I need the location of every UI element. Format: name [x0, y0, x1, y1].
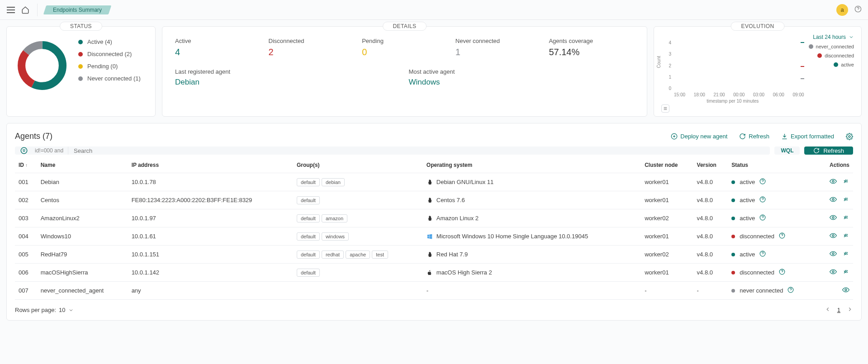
- status-legend-item[interactable]: Never connected (1): [78, 75, 141, 82]
- group-tag[interactable]: amazon: [322, 214, 347, 222]
- config-icon[interactable]: [842, 214, 849, 222]
- column-header[interactable]: Actions: [818, 157, 853, 173]
- menu-icon[interactable]: [6, 5, 15, 14]
- column-header[interactable]: Cluster node: [641, 157, 693, 173]
- help-icon[interactable]: [854, 5, 862, 14]
- view-icon[interactable]: [830, 232, 837, 241]
- last-registered-value[interactable]: Debian: [175, 78, 401, 87]
- y-tick: 2: [669, 63, 671, 68]
- legend-toggle-icon[interactable]: [661, 104, 669, 113]
- most-active-value[interactable]: Windows: [409, 78, 635, 87]
- column-header[interactable]: ID↑: [15, 157, 37, 173]
- os-text: macOS High Sierra 2: [436, 269, 492, 276]
- filter-icon[interactable]: [15, 147, 33, 155]
- status-help-icon[interactable]: [779, 232, 785, 240]
- evolution-legend-item[interactable]: disconnected: [809, 53, 854, 58]
- home-icon[interactable]: [21, 5, 30, 14]
- status-help-icon[interactable]: [759, 196, 766, 204]
- group-tag[interactable]: apache: [346, 251, 370, 259]
- config-icon[interactable]: [842, 178, 849, 186]
- linux-icon: [427, 215, 433, 222]
- evolution-legend-item[interactable]: never_connected: [809, 44, 854, 49]
- status-help-icon[interactable]: [779, 269, 785, 276]
- status-legend-item[interactable]: Active (4): [78, 38, 141, 45]
- table-row[interactable]: 007never_connected_agentany---never conn…: [15, 282, 853, 300]
- group-tag[interactable]: default: [297, 196, 320, 204]
- deploy-new-agent-button[interactable]: Deploy new agent: [671, 133, 727, 140]
- column-header[interactable]: Status: [728, 157, 818, 173]
- evolution-legend-item[interactable]: active: [809, 62, 854, 67]
- rows-per-page-selector[interactable]: Rows per page: 10: [15, 307, 74, 313]
- table-row[interactable]: 003AmazonLinux210.0.1.97defaultamazonAma…: [15, 209, 853, 227]
- evolution-y-axis: 43210: [661, 40, 671, 91]
- view-icon[interactable]: [842, 286, 849, 295]
- column-header[interactable]: Name: [37, 157, 128, 173]
- config-icon[interactable]: [842, 268, 849, 277]
- status-help-icon[interactable]: [759, 178, 766, 186]
- search-input[interactable]: [68, 147, 770, 155]
- os-text: Red Hat 7.9: [436, 251, 468, 258]
- column-header[interactable]: Group(s): [293, 157, 423, 173]
- table-row[interactable]: 005RedHat7910.0.1.151defaultredhatapache…: [15, 246, 853, 264]
- export-label: Export formatted: [791, 133, 834, 140]
- avatar[interactable]: a: [836, 4, 848, 16]
- group-tag[interactable]: default: [297, 251, 320, 259]
- search-filter-chip[interactable]: id!=000 and: [33, 147, 68, 155]
- group-tag[interactable]: default: [297, 214, 320, 222]
- config-icon[interactable]: [842, 250, 849, 259]
- cell-status: active: [728, 191, 818, 209]
- table-row[interactable]: 002CentosFE80:1234:2223:A000:2202:B3FF:F…: [15, 191, 853, 209]
- y-tick: 3: [669, 52, 671, 57]
- linux-icon: [427, 251, 433, 258]
- evolution-range[interactable]: Last 24 hours: [813, 34, 846, 40]
- cell-node: worker01: [641, 227, 693, 246]
- cell-id: 003: [15, 209, 37, 227]
- cell-node: worker02: [641, 209, 693, 227]
- wql-button[interactable]: WQL: [774, 147, 800, 155]
- group-tag[interactable]: redhat: [322, 251, 344, 259]
- cell-os: Debian GNU/Linux 11: [423, 173, 641, 191]
- view-icon[interactable]: [830, 268, 837, 277]
- table-row[interactable]: 006macOSHighSierra10.0.1.142defaultmacOS…: [15, 264, 853, 282]
- column-header[interactable]: Version: [693, 157, 728, 173]
- config-icon[interactable]: [842, 232, 849, 241]
- status-legend-item[interactable]: Pending (0): [78, 63, 141, 70]
- next-page-button[interactable]: [847, 306, 853, 314]
- view-icon[interactable]: [830, 250, 837, 259]
- group-tag[interactable]: default: [297, 178, 320, 186]
- column-header[interactable]: IP address: [128, 157, 293, 173]
- config-icon[interactable]: [842, 196, 849, 204]
- refresh-button[interactable]: Refresh: [804, 147, 853, 155]
- export-formatted-button[interactable]: Export formatted: [781, 133, 834, 140]
- status-legend-item[interactable]: Disconnected (2): [78, 51, 141, 57]
- cell-actions: [818, 246, 853, 264]
- group-tag[interactable]: debian: [322, 178, 345, 186]
- table-row[interactable]: 004Windows1010.0.1.61defaultwindowsMicro…: [15, 227, 853, 246]
- view-icon[interactable]: [830, 196, 837, 204]
- status-help-icon[interactable]: [787, 287, 794, 294]
- group-tag[interactable]: test: [372, 251, 388, 259]
- chevron-down-icon[interactable]: [849, 34, 854, 40]
- status-help-icon[interactable]: [759, 214, 766, 222]
- table-row[interactable]: 001Debian10.0.1.78defaultdebianDebian GN…: [15, 173, 853, 191]
- prev-page-button[interactable]: [825, 306, 831, 314]
- group-tag[interactable]: windows: [322, 232, 349, 241]
- x-tick: 18:00: [694, 92, 705, 97]
- group-tag[interactable]: default: [297, 232, 320, 241]
- svg-point-6: [21, 147, 27, 154]
- column-header[interactable]: Operating system: [423, 157, 641, 173]
- cell-name: macOSHighSierra: [37, 264, 128, 282]
- last-registered-label: Last registered agent: [175, 68, 401, 75]
- cell-version: -: [693, 282, 728, 300]
- panel-label-details: DETAILS: [383, 22, 427, 31]
- status-help-icon[interactable]: [759, 251, 766, 258]
- view-icon[interactable]: [830, 178, 837, 186]
- breadcrumb[interactable]: Endpoints Summary: [43, 5, 112, 14]
- cell-node: worker01: [641, 191, 693, 209]
- x-tick: 00:00: [733, 92, 745, 97]
- refresh-link[interactable]: Refresh: [739, 133, 769, 140]
- group-tag[interactable]: default: [297, 269, 320, 277]
- current-page[interactable]: 1: [837, 307, 840, 313]
- settings-button[interactable]: [846, 133, 853, 140]
- view-icon[interactable]: [830, 214, 837, 222]
